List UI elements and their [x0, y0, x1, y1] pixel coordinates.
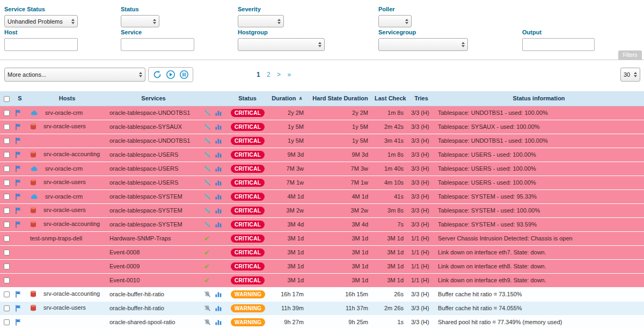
chart-icon	[215, 165, 222, 172]
stepper-icon	[136, 72, 142, 77]
poller-select[interactable]	[378, 15, 412, 27]
host-link[interactable]: srv-oracle-accounting	[43, 151, 100, 157]
servicegroup-select[interactable]	[378, 38, 468, 51]
row-checkbox[interactable]	[4, 236, 10, 242]
page-size-select[interactable]: 30	[620, 68, 640, 82]
hard-state-duration-cell: 7M 1w	[308, 176, 372, 189]
hostgroup-select[interactable]	[238, 38, 325, 51]
status-badge: CRITICAL	[231, 137, 265, 145]
host-link[interactable]: srv-oracle-crm	[45, 193, 83, 200]
row-checkbox[interactable]	[4, 319, 10, 325]
table-row: srv-oracle-usersoracle-tablespace-SYSAUX…	[0, 120, 644, 134]
service-link[interactable]: Event-0009	[109, 263, 140, 269]
hard-state-duration-cell: 2y 2M	[308, 106, 372, 120]
service-status-label: Service Status	[4, 6, 45, 12]
pagination-last[interactable]: »	[287, 71, 291, 78]
select-all-checkbox[interactable]	[4, 96, 10, 102]
duration-cell: 3M 1d	[266, 259, 308, 273]
col-services[interactable]: Services	[107, 91, 200, 106]
row-checkbox[interactable]	[4, 152, 10, 158]
service-link[interactable]: oracle-shared-spool-ratio	[109, 319, 175, 325]
host-link[interactable]: srv-oracle-crm	[45, 165, 83, 172]
col-last-check[interactable]: Last Check	[372, 91, 408, 106]
status-information-cell: Tablespace: SYSTEM - used: 93.59%	[434, 217, 644, 231]
refresh-icon[interactable]	[152, 70, 162, 79]
row-checkbox[interactable]	[4, 291, 10, 297]
duration-cell: 9h 27m	[266, 315, 308, 329]
row-checkbox[interactable]	[4, 277, 10, 283]
col-tries[interactable]: Tries	[408, 91, 434, 106]
hard-state-duration-cell: 3M 4d	[308, 217, 372, 231]
row-checkbox[interactable]	[4, 110, 10, 116]
service-link[interactable]: oracle-tablespace-UNDOTBS1	[109, 109, 190, 116]
service-link[interactable]: oracle-tablespace-SYSAUX	[109, 123, 182, 130]
host-link[interactable]: test-snmp-traps-dell	[30, 235, 82, 242]
host-link[interactable]: srv-oracle-users	[43, 304, 86, 311]
row-checkbox[interactable]	[4, 208, 10, 214]
host-link[interactable]: srv-oracle-users	[43, 179, 86, 185]
pagination-page-1[interactable]: 1	[257, 71, 260, 78]
service-link[interactable]: Event-0010	[109, 277, 140, 283]
hard-state-duration-cell: 3M 1d	[308, 231, 372, 245]
status-information-cell: Link down on interface eth7. State: down…	[434, 245, 644, 259]
col-status-information[interactable]: Status information	[434, 91, 644, 106]
service-link[interactable]: oracle-tablespace-SYSTEM	[109, 221, 182, 228]
row-checkbox[interactable]	[4, 264, 10, 269]
service-status-select[interactable]: Unhandled Problems	[4, 15, 78, 27]
pagination-next[interactable]: >	[277, 71, 281, 78]
host-link[interactable]: srv-oracle-accounting	[43, 221, 100, 227]
col-hard-state-duration[interactable]: Hard State Duration	[308, 91, 372, 106]
last-check-cell: 3M 1d	[372, 259, 408, 273]
row-checkbox[interactable]	[4, 250, 10, 255]
bell-muted-icon	[204, 123, 211, 130]
chart-icon	[215, 221, 222, 228]
row-checkbox[interactable]	[4, 222, 10, 228]
tries-cell: 3/3 (H)	[408, 148, 434, 162]
service-input[interactable]	[121, 38, 194, 51]
pagination-page-2[interactable]: 2	[267, 71, 270, 78]
pause-icon[interactable]	[179, 70, 189, 79]
row-checkbox[interactable]	[4, 305, 10, 311]
service-link[interactable]: oracle-tablespace-USERS	[109, 151, 178, 158]
host-input[interactable]	[4, 38, 78, 51]
hard-state-duration-cell: 9h 25m	[308, 315, 372, 329]
output-input[interactable]	[522, 38, 595, 51]
status-select[interactable]	[121, 15, 159, 27]
host-link[interactable]: srv-oracle-users	[43, 207, 86, 213]
severity-select[interactable]	[238, 15, 284, 27]
service-link[interactable]: oracle-buffer-hit-ratio	[109, 291, 164, 297]
host-link[interactable]: srv-oracle-crm	[45, 109, 83, 116]
service-link[interactable]: oracle-buffer-hit-ratio	[109, 305, 164, 311]
db-icon	[30, 304, 36, 311]
host-link[interactable]: srv-oracle-users	[43, 123, 86, 129]
col-duration[interactable]: Duration∧	[266, 91, 308, 106]
col-duration-label: Duration	[272, 95, 296, 101]
service-link[interactable]: oracle-tablespace-SYSTEM	[109, 193, 182, 200]
service-link[interactable]: Hardware-SNMP-Traps	[109, 235, 171, 242]
col-hosts[interactable]: Hosts	[27, 91, 107, 106]
service-link[interactable]: Event-0008	[109, 249, 140, 255]
service-link[interactable]: oracle-tablespace-SYSTEM	[109, 207, 182, 214]
service-link[interactable]: oracle-tablespace-USERS	[109, 165, 178, 172]
service-link[interactable]: oracle-tablespace-USERS	[109, 179, 178, 186]
col-s[interactable]: S	[13, 91, 27, 106]
row-checkbox[interactable]	[4, 180, 10, 186]
bell-muted-icon	[204, 291, 211, 298]
filters-button[interactable]: Filters	[618, 50, 642, 60]
row-checkbox[interactable]	[4, 124, 10, 130]
status-badge: CRITICAL	[231, 221, 265, 229]
more-actions-select[interactable]: More actions...	[4, 68, 145, 82]
row-checkbox[interactable]	[4, 166, 10, 172]
play-icon[interactable]	[166, 70, 175, 79]
status-information-cell: Tablespace: USERS - used: 100.00%	[434, 176, 644, 189]
status-badge: CRITICAL	[231, 109, 265, 117]
row-checkbox[interactable]	[4, 194, 10, 200]
table-row: oracle-shared-spool-ratioWARNING9h 27m9h…	[0, 315, 644, 329]
host-link[interactable]: srv-oracle-accounting	[43, 290, 100, 297]
severity-label: Severity	[238, 6, 261, 12]
passive-check-icon: ✔	[204, 235, 210, 243]
monitoring-page: Service Status Status Severity Poller Un…	[0, 0, 644, 329]
service-link[interactable]: oracle-tablespace-UNDOTBS1	[109, 137, 190, 144]
row-checkbox[interactable]	[4, 138, 10, 144]
col-status[interactable]: Status	[229, 91, 266, 106]
